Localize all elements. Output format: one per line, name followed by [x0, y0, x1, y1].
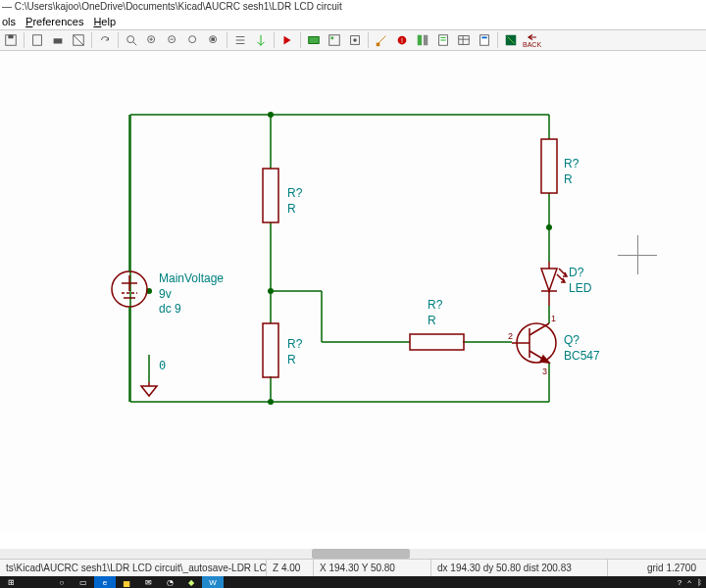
svg-point-40: [268, 399, 274, 405]
r1-label: R?R: [287, 186, 302, 217]
symbol-editor-icon[interactable]: [305, 31, 323, 49]
source-label: MainVoltage 9v dc 9: [159, 271, 224, 318]
menu-help[interactable]: Help: [93, 16, 116, 27]
zoom-selection-icon[interactable]: [184, 31, 202, 49]
chevron-up-icon[interactable]: ^: [687, 578, 691, 587]
svg-rect-35: [481, 37, 486, 39]
menu-bar: ols Preferences Help: [0, 14, 706, 29]
browse-libs-icon[interactable]: [326, 31, 343, 49]
svg-point-39: [268, 288, 274, 294]
status-grid: grid 1.2700: [608, 560, 706, 576]
svg-text:!: !: [401, 37, 403, 44]
plot-icon[interactable]: [70, 31, 87, 49]
svg-text:2: 2: [508, 331, 513, 341]
svg-rect-19: [329, 35, 340, 46]
save-icon[interactable]: [2, 31, 20, 49]
back-button[interactable]: BACK: [523, 31, 541, 49]
schematic-canvas[interactable]: 1 2 3 MainVoltage 9v dc 9 0 R?R R?R R?R …: [0, 51, 706, 531]
footprint-editor-icon[interactable]: [346, 31, 364, 49]
word-icon[interactable]: W: [202, 576, 224, 588]
erc-icon[interactable]: !: [393, 31, 411, 49]
svg-point-5: [127, 36, 134, 43]
search-icon[interactable]: ○: [51, 576, 73, 588]
start-icon[interactable]: ⊞: [0, 576, 22, 588]
status-zoom: Z 4.00: [267, 560, 314, 576]
tray[interactable]: ? ^ ᛒ: [678, 578, 702, 587]
svg-rect-18: [309, 37, 320, 44]
bluetooth-icon[interactable]: ᛒ: [697, 578, 702, 587]
schematic-drawing: 1 2 3: [0, 51, 706, 531]
symbol-fields-icon[interactable]: [455, 31, 473, 49]
mail-icon[interactable]: ✉: [137, 576, 159, 588]
menu-tools[interactable]: ols: [2, 16, 16, 27]
led-label: D?LED: [569, 266, 591, 296]
bom-icon[interactable]: [476, 31, 493, 49]
svg-point-41: [546, 224, 552, 230]
svg-rect-2: [33, 35, 42, 46]
pcb-editor-icon[interactable]: [502, 31, 520, 49]
task-view-icon[interactable]: ▭: [73, 576, 94, 588]
svg-point-12: [189, 36, 196, 43]
status-delta: dx 194.30 dy 50.80 dist 200.83: [431, 560, 608, 576]
svg-point-38: [268, 112, 274, 118]
help-icon[interactable]: ?: [678, 578, 681, 587]
zoom-in-icon[interactable]: [143, 31, 161, 49]
explorer-icon[interactable]: ▅: [116, 576, 137, 588]
app-icon[interactable]: ◆: [180, 576, 202, 588]
edge-icon[interactable]: e: [94, 576, 116, 588]
steam-icon[interactable]: ◔: [159, 576, 180, 588]
assign-footprints-icon[interactable]: [414, 31, 431, 49]
hierarchy-icon[interactable]: [231, 31, 249, 49]
leave-sheet-icon[interactable]: [252, 31, 270, 49]
annotate-icon[interactable]: [373, 31, 390, 49]
menu-preferences[interactable]: Preferences: [25, 16, 83, 27]
svg-rect-26: [418, 35, 422, 46]
title-bar: — C:\Users\kajoo\OneDrive\Documents\Kica…: [0, 0, 706, 14]
taskbar[interactable]: ⊞ ○ ▭ e ▅ ✉ ◔ ◆ W ? ^ ᛒ: [0, 576, 706, 588]
zoom-fit-icon[interactable]: [123, 31, 140, 49]
svg-point-22: [353, 38, 357, 42]
svg-rect-52: [263, 323, 278, 377]
svg-rect-3: [54, 38, 63, 43]
redo-icon[interactable]: [96, 31, 114, 49]
toolbar: ! BACK: [0, 29, 706, 51]
svg-rect-27: [424, 35, 428, 46]
gnd-label: 0: [159, 359, 166, 374]
r3-label: R?R: [428, 298, 442, 328]
svg-rect-23: [377, 43, 380, 47]
status-bar: ts\Kicad\AUCRC sesh1\LDR LCD circuit\_au…: [0, 559, 706, 576]
zoom-auto-icon[interactable]: [205, 31, 223, 49]
scrollbar-thumb[interactable]: [312, 549, 410, 559]
svg-rect-54: [541, 139, 557, 193]
status-coords: X 194.30 Y 50.80: [314, 560, 431, 576]
svg-rect-51: [263, 169, 278, 222]
svg-rect-20: [331, 37, 334, 40]
page-settings-icon[interactable]: [28, 31, 46, 49]
run-simulator-icon[interactable]: [278, 31, 296, 49]
svg-text:1: 1: [551, 314, 556, 323]
svg-line-6: [133, 42, 137, 46]
svg-rect-1: [8, 35, 13, 39]
horizontal-scrollbar[interactable]: [0, 549, 706, 559]
svg-rect-31: [459, 36, 470, 45]
netlist-icon[interactable]: [434, 31, 452, 49]
svg-rect-14: [211, 37, 215, 41]
status-path: ts\Kicad\AUCRC sesh1\LDR LCD circuit\_au…: [0, 560, 267, 576]
svg-line-61: [530, 323, 549, 335]
print-icon[interactable]: [49, 31, 67, 49]
transistor-label: Q?BC547: [564, 333, 600, 364]
svg-rect-34: [480, 35, 489, 46]
svg-text:3: 3: [542, 367, 547, 376]
svg-rect-53: [410, 334, 464, 350]
zoom-out-icon[interactable]: [164, 31, 181, 49]
r2-label: R?R: [287, 337, 302, 368]
r4-label: R?R: [564, 157, 579, 187]
